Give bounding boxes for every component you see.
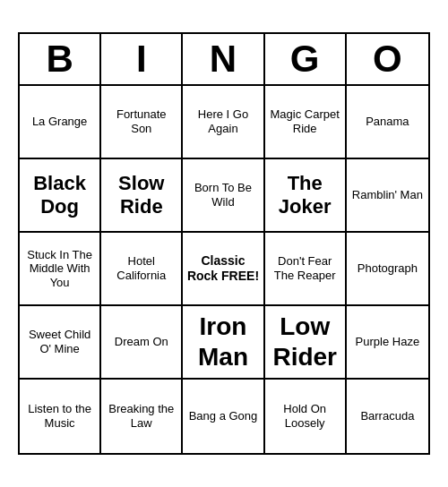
bingo-cell[interactable]: Don't Fear The Reaper xyxy=(265,233,347,306)
bingo-cell[interactable]: Low Rider xyxy=(265,306,347,380)
bingo-cell[interactable]: Sweet Child O' Mine xyxy=(20,306,101,380)
bingo-cell[interactable]: Breaking the Law xyxy=(101,380,183,453)
bingo-grid: La GrangeFortunate SonHere I Go AgainMag… xyxy=(20,86,428,453)
bingo-cell[interactable]: Fortunate Son xyxy=(101,86,183,159)
bingo-cell[interactable]: Bang a Gong xyxy=(183,380,264,453)
bingo-cell[interactable]: Photograph xyxy=(347,233,428,306)
bingo-cell[interactable]: Dream On xyxy=(101,306,183,380)
header-letter: N xyxy=(183,34,264,84)
bingo-cell[interactable]: Purple Haze xyxy=(347,306,428,380)
bingo-header: BINGO xyxy=(20,34,428,86)
bingo-cell[interactable]: Barracuda xyxy=(347,380,428,453)
bingo-card: BINGO La GrangeFortunate SonHere I Go Ag… xyxy=(18,32,430,455)
bingo-cell[interactable]: Classic Rock FREE! xyxy=(183,233,264,306)
header-letter: I xyxy=(101,34,183,84)
bingo-cell[interactable]: Hotel California xyxy=(101,233,183,306)
header-letter: O xyxy=(347,34,428,84)
bingo-cell[interactable]: Here I Go Again xyxy=(183,86,264,159)
header-letter: B xyxy=(20,34,101,84)
bingo-cell[interactable]: Hold On Loosely xyxy=(265,380,347,453)
bingo-cell[interactable]: Black Dog xyxy=(20,159,101,233)
bingo-cell[interactable]: Ramblin' Man xyxy=(347,159,428,233)
bingo-cell[interactable]: The Joker xyxy=(265,159,347,233)
bingo-cell[interactable]: Panama xyxy=(347,86,428,159)
bingo-cell[interactable]: Born To Be Wild xyxy=(183,159,264,233)
bingo-cell[interactable]: Listen to the Music xyxy=(20,380,101,453)
bingo-cell[interactable]: Magic Carpet Ride xyxy=(265,86,347,159)
bingo-cell[interactable]: Iron Man xyxy=(183,306,264,380)
header-letter: G xyxy=(265,34,347,84)
bingo-cell[interactable]: Stuck In The Middle With You xyxy=(20,233,101,306)
bingo-cell[interactable]: Slow Ride xyxy=(101,159,183,233)
bingo-cell[interactable]: La Grange xyxy=(20,86,101,159)
